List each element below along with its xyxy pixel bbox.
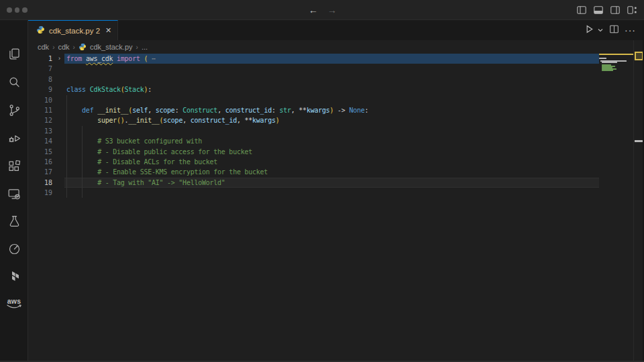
- zoom-window-button[interactable]: [22, 7, 28, 13]
- line-number[interactable]: 12: [28, 115, 52, 125]
- terraform-icon[interactable]: [0, 263, 28, 290]
- code-line[interactable]: 1›from aws_cdk import ( ⋯: [28, 54, 599, 64]
- code-text: # - Disable ACLs for the bucket: [66, 157, 599, 167]
- indent-guide: [82, 126, 83, 136]
- traffic-lights[interactable]: [7, 7, 28, 13]
- run-python-file-button[interactable]: [584, 24, 594, 37]
- extensions-icon[interactable]: [0, 153, 28, 180]
- source-control-icon[interactable]: [0, 97, 28, 123]
- breadcrumb-file[interactable]: cdk_stack.py: [90, 43, 133, 51]
- code-text: # - Tag with "AI" -> "HelloWorld": [66, 178, 599, 188]
- testing-beaker-icon[interactable]: [0, 208, 28, 235]
- line-number[interactable]: 7: [28, 64, 52, 74]
- indent-guide: [66, 126, 67, 136]
- tab-cdk-stack-py[interactable]: cdk_stack.py 2 ✕: [28, 20, 118, 40]
- aws-icon[interactable]: aws: [0, 290, 28, 317]
- indent-guide: [82, 188, 83, 198]
- run-dropdown-chevron-icon[interactable]: [597, 24, 604, 36]
- python-icon: [36, 25, 45, 37]
- vscode-window: ← →: [0, 0, 644, 362]
- line-number[interactable]: 8: [28, 74, 52, 84]
- line-number[interactable]: 1: [28, 54, 52, 64]
- line-number[interactable]: 10: [28, 95, 52, 105]
- code-line[interactable]: 13: [28, 126, 599, 136]
- code-line[interactable]: 14 # S3 bucket configured with: [28, 136, 599, 146]
- activity-bar: aws: [0, 20, 28, 362]
- close-window-button[interactable]: [7, 7, 12, 13]
- title-bar: ← →: [0, 0, 644, 20]
- code-line[interactable]: 8: [28, 74, 599, 84]
- timeline-icon[interactable]: [0, 235, 28, 262]
- tab-label: cdk_stack.py 2: [49, 27, 100, 35]
- code-line[interactable]: 12 super().__init__(scope, construct_id,…: [28, 115, 599, 125]
- breadcrumb-folder[interactable]: cdk: [38, 43, 49, 51]
- code-text: class CdkStack(Stack):: [66, 84, 599, 95]
- minimap-line: [602, 62, 617, 63]
- line-number[interactable]: 18: [28, 178, 52, 188]
- code-line[interactable]: 9class CdkStack(Stack):: [28, 84, 599, 95]
- chevron-right-icon: ›: [73, 44, 75, 51]
- code-line[interactable]: 16 # - Disable ACLs for the bucket: [28, 157, 599, 167]
- code-text: def __init__(self, scope: Construct, con…: [66, 105, 599, 115]
- breadcrumb: cdk › cdk › cdk_stack.py › ...: [28, 40, 599, 54]
- line-number[interactable]: 17: [28, 167, 52, 177]
- split-editor-icon[interactable]: [609, 24, 619, 37]
- code-line[interactable]: 10: [28, 95, 599, 105]
- code-text: super().__init__(scope, construct_id, **…: [66, 115, 599, 125]
- toggle-panel-icon[interactable]: [593, 5, 604, 15]
- line-number[interactable]: 14: [28, 136, 52, 146]
- code-text: # S3 bucket configured with: [66, 136, 599, 146]
- code-line[interactable]: 19: [28, 188, 599, 198]
- breadcrumb-folder[interactable]: cdk: [58, 43, 69, 51]
- search-icon[interactable]: [0, 68, 28, 95]
- minimap[interactable]: [599, 54, 634, 94]
- code-line[interactable]: 7: [28, 64, 599, 74]
- minimize-window-button[interactable]: [15, 7, 20, 13]
- minimap-border: [633, 40, 634, 362]
- minimap-line: [599, 54, 634, 55]
- toggle-primary-sidebar-icon[interactable]: [576, 5, 587, 15]
- code-text: # - Disable public access for the bucket: [66, 147, 599, 157]
- tab-bar: cdk_stack.py 2 ✕ ···: [28, 20, 644, 40]
- code-line[interactable]: 17 # - Enable SSE-KMS encryption for the…: [28, 167, 599, 177]
- line-number[interactable]: 13: [28, 126, 52, 136]
- code-line[interactable]: 11 def __init__(self, scope: Construct, …: [28, 105, 599, 115]
- line-number[interactable]: 15: [28, 147, 52, 157]
- python-icon: [78, 42, 87, 52]
- line-number[interactable]: 16: [28, 157, 52, 167]
- chevron-right-icon: ›: [52, 44, 54, 51]
- chevron-right-icon: ›: [136, 44, 138, 51]
- code-editor[interactable]: 1›from aws_cdk import ( ⋯789class CdkSta…: [28, 54, 599, 198]
- code-line[interactable]: 18 # - Tag with "AI" -> "HelloWorld": [28, 178, 599, 188]
- remote-explorer-icon[interactable]: [0, 180, 28, 207]
- navigate-back-button[interactable]: ←: [307, 5, 319, 15]
- minimap-line: [602, 70, 613, 71]
- code-line[interactable]: 15 # - Disable public access for the buc…: [28, 147, 599, 157]
- run-and-debug-icon[interactable]: [0, 125, 28, 152]
- toggle-secondary-sidebar-icon[interactable]: [610, 5, 621, 15]
- indent-guide: [66, 188, 67, 198]
- minimap-line: [599, 58, 606, 59]
- code-text: from aws_cdk import ( ⋯: [66, 54, 599, 64]
- more-actions-icon[interactable]: ···: [625, 27, 636, 34]
- line-number[interactable]: 9: [28, 84, 52, 95]
- explorer-icon[interactable]: [0, 40, 28, 67]
- code-text: # - Enable SSE-KMS encryption for the bu…: [66, 167, 599, 177]
- line-number[interactable]: 11: [28, 105, 52, 115]
- line-number[interactable]: 19: [28, 188, 52, 198]
- breadcrumb-symbol[interactable]: ...: [142, 43, 148, 51]
- navigate-forward-button[interactable]: →: [326, 5, 338, 15]
- customize-layout-icon[interactable]: [627, 5, 637, 15]
- close-tab-icon[interactable]: ✕: [104, 26, 113, 35]
- fold-chevron-icon[interactable]: ›: [54, 54, 64, 64]
- indent-guide: [66, 95, 67, 105]
